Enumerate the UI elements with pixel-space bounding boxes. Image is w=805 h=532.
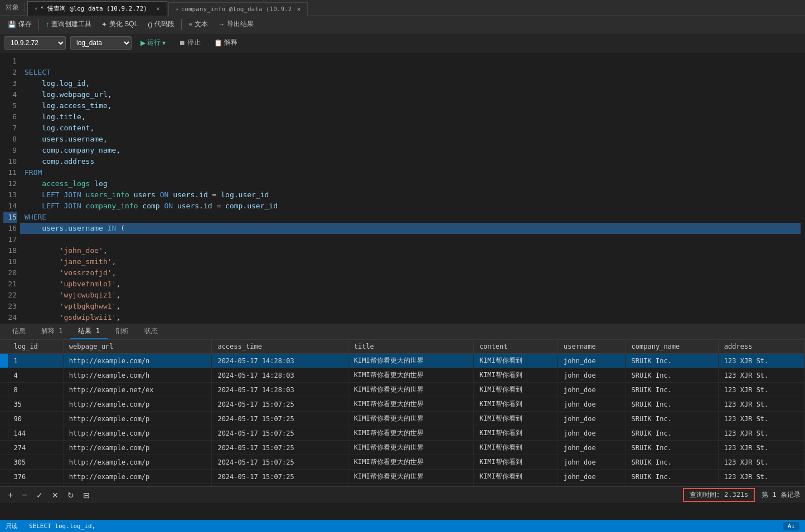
cell-title[interactable]: KIMI帮你看更大的世界 [348,412,473,426]
cell-company_name[interactable]: SRUIK Inc. [625,354,718,368]
tab-status[interactable]: 状态 [137,324,166,339]
cell-company_name[interactable]: SRUIK Inc. [625,368,718,383]
tab-query[interactable]: ⚡ * 慢查询 @log_data (10.9.2.72) - 查询 ✕ [27,1,167,16]
cell-content[interactable]: KIMI帮你看到 [473,383,557,397]
save-button[interactable]: 💾 保存 [3,18,36,31]
cell-access_time[interactable]: 2024-05-17 14:28:03 [212,383,348,397]
table-row[interactable]: 376http://example.com/p2024-05-17 15:07:… [0,470,805,484]
run-button[interactable]: ▶ 运行 ▾ [136,37,170,48]
cell-username[interactable]: john_doe [558,397,626,412]
cell-title[interactable]: KIMI帮你看更大的世界 [348,368,473,383]
cell-username[interactable]: john_doe [558,455,626,470]
ai-badge[interactable]: Ai [783,522,799,530]
export-button[interactable]: → 导出结果 [214,18,258,31]
cell-access_time[interactable]: 2024-05-17 15:07:25 [212,441,348,455]
cell-access_time[interactable]: 2024-05-17 15:07:25 [212,455,348,470]
cell-company_name[interactable]: SRUIK Inc. [625,455,718,470]
cell-username[interactable]: john_doe [558,470,626,484]
server-select[interactable]: 10.9.2.72 [4,36,66,50]
stop-button[interactable]: ⏹ 停止 [174,37,205,48]
cell-webpage_url[interactable]: http://example.com/p [63,397,212,412]
cell-address[interactable]: 123 XJR St. [718,354,804,368]
code-block-button[interactable]: () 代码段 [143,18,179,31]
cell-title[interactable]: KIMI帮你看更大的世界 [348,397,473,412]
cell-log_id[interactable]: 376 [8,470,63,484]
cell-address[interactable]: 123 XJR St. [718,455,804,470]
cell-content[interactable]: KIMI帮你看到 [473,455,557,470]
tab-profile[interactable]: 剖析 [108,324,137,339]
tab-query-close-icon[interactable]: ✕ [156,5,160,12]
database-select[interactable]: log_data [70,36,132,50]
results-area[interactable]: log_id webpage_url access_time title con… [0,340,805,487]
col-access-time[interactable]: access_time [212,340,348,354]
cell-webpage_url[interactable]: http://example.com/h [63,368,212,383]
cell-content[interactable]: KIMI帮你看到 [473,470,557,484]
cell-address[interactable]: 123 XJR St. [718,441,804,455]
cell-company_name[interactable]: SRUIK Inc. [625,470,718,484]
cancel-button[interactable]: ✕ [49,490,62,501]
cell-address[interactable]: 123 XJR St. [718,412,804,426]
cell-title[interactable]: KIMI帮你看更大的世界 [348,426,473,441]
cell-access_time[interactable]: 2024-05-17 15:07:25 [212,412,348,426]
cell-company_name[interactable]: SRUIK Inc. [625,383,718,397]
col-username[interactable]: username [558,340,626,354]
cell-content[interactable]: KIMI帮你看到 [473,412,557,426]
cell-company_name[interactable]: SRUIK Inc. [625,412,718,426]
table-row[interactable]: 8http://example.net/ex2024-05-17 14:28:0… [0,383,805,397]
confirm-button[interactable]: ✓ [33,490,46,501]
cell-content[interactable]: KIMI帮你看到 [473,368,557,383]
cell-content[interactable]: KIMI帮你看到 [473,441,557,455]
cell-access_time[interactable]: 2024-05-17 14:28:03 [212,354,348,368]
code-content[interactable]: SELECT log.log_id, log.webpage_url, log.… [20,52,805,324]
cell-log_id[interactable]: 1 [8,354,63,368]
cell-username[interactable]: john_doe [558,441,626,455]
cell-log_id[interactable]: 305 [8,455,63,470]
col-content[interactable]: content [473,340,557,354]
cell-log_id[interactable]: 144 [8,426,63,441]
sql-editor[interactable]: 1 2 3 4 5 6 7 8 9 10 11 12 13 14 15 16 1… [0,52,805,324]
cell-content[interactable]: KIMI帮你看到 [473,426,557,441]
cell-webpage_url[interactable]: http://example.com/p [63,426,212,441]
explain-button[interactable]: 📋 解释 [210,37,242,48]
cell-log_id[interactable]: 35 [8,397,63,412]
cell-username[interactable]: john_doe [558,354,626,368]
tab-explain[interactable]: 解释 1 [33,324,70,339]
cell-content[interactable]: KIMI帮你看到 [473,354,557,368]
cell-title[interactable]: KIMI帮你看更大的世界 [348,354,473,368]
cell-company_name[interactable]: SRUIK Inc. [625,426,718,441]
cell-log_id[interactable]: 8 [8,383,63,397]
more-button[interactable]: ⊟ [80,490,93,501]
table-row[interactable]: 144http://example.com/p2024-05-17 15:07:… [0,426,805,441]
col-webpage-url[interactable]: webpage_url [63,340,212,354]
cell-title[interactable]: KIMI帮你看更大的世界 [348,455,473,470]
cell-username[interactable]: john_doe [558,368,626,383]
add-row-button[interactable]: + [4,490,16,501]
cell-username[interactable]: john_doe [558,383,626,397]
text-button[interactable]: ≡ 文本 [184,18,212,31]
cell-address[interactable]: 123 XJR St. [718,397,804,412]
col-company-name[interactable]: company_name [625,340,718,354]
tab-company[interactable]: ⚡ company_info @log_data (10.9.2.7...) ✕ [168,2,308,16]
tab-company-close-icon[interactable]: ✕ [297,6,301,13]
cell-content[interactable]: KIMI帮你看到 [473,397,557,412]
cell-address[interactable]: 123 XJR St. [718,368,804,383]
cell-address[interactable]: 123 XJR St. [718,470,804,484]
cell-log_id[interactable]: 90 [8,412,63,426]
cell-webpage_url[interactable]: http://example.com/p [63,470,212,484]
cell-username[interactable]: john_doe [558,426,626,441]
table-row[interactable]: 4http://example.com/h2024-05-17 14:28:03… [0,368,805,383]
table-row[interactable]: 274http://example.com/p2024-05-17 15:07:… [0,441,805,455]
cell-webpage_url[interactable]: http://example.com/p [63,412,212,426]
table-row[interactable]: 90http://example.com/p2024-05-17 15:07:2… [0,412,805,426]
cell-access_time[interactable]: 2024-05-17 14:28:03 [212,368,348,383]
cell-access_time[interactable]: 2024-05-17 15:07:25 [212,470,348,484]
cell-log_id[interactable]: 274 [8,441,63,455]
col-title[interactable]: title [348,340,473,354]
cell-webpage_url[interactable]: http://example.net/ex [63,383,212,397]
cell-title[interactable]: KIMI帮你看更大的世界 [348,441,473,455]
cell-username[interactable]: john_doe [558,412,626,426]
refresh-button[interactable]: ↻ [64,490,77,501]
cell-title[interactable]: KIMI帮你看更大的世界 [348,470,473,484]
cell-webpage_url[interactable]: http://example.com/p [63,441,212,455]
cell-access_time[interactable]: 2024-05-17 15:07:25 [212,426,348,441]
